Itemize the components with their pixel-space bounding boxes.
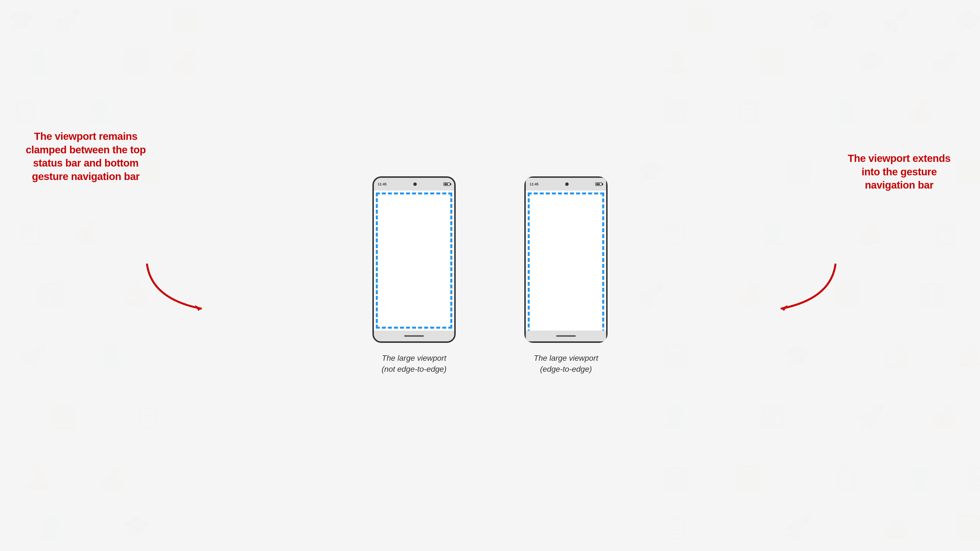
viewport-edge [526, 191, 606, 330]
phone-edge-to-edge: 11:45 The large viewport (edge-to-edge) [524, 176, 608, 375]
battery-fill-normal [444, 183, 448, 185]
caption-normal-line2: (not edge-to-edge) [382, 364, 446, 375]
caption-normal: The large viewport (not edge-to-edge) [382, 353, 446, 375]
viewport-border-normal [376, 192, 452, 329]
caption-edge-line1: The large viewport [534, 353, 598, 364]
caption-edge-line2: (edge-to-edge) [534, 364, 598, 375]
nav-bar-edge [526, 330, 606, 341]
status-time-edge: 11:45 [530, 182, 539, 186]
status-bar-normal: 11:45 [374, 178, 454, 191]
nav-handle-normal [404, 335, 424, 337]
battery-edge [595, 183, 602, 186]
status-bar-edge: 11:45 [526, 178, 606, 191]
camera-dot-edge [565, 183, 569, 186]
status-time-normal: 11:45 [378, 182, 387, 186]
camera-dot-normal [413, 183, 417, 186]
viewport-border-edge [528, 192, 604, 340]
phone-mockup-edge: 11:45 [524, 176, 608, 343]
nav-bar-normal [374, 330, 454, 341]
phone-mockup-normal: 11:45 [372, 176, 456, 343]
viewport-normal [374, 191, 454, 330]
nav-handle-edge [556, 335, 576, 337]
caption-edge: The large viewport (edge-to-edge) [534, 353, 598, 375]
battery-fill-edge [596, 183, 600, 185]
caption-normal-line1: The large viewport [382, 353, 446, 364]
phone-not-edge-to-edge: 11:45 The large viewport (not edge-to-ed… [372, 176, 456, 375]
main-content: 11:45 The large viewport (not edge-to-ed… [0, 0, 980, 551]
battery-normal [444, 183, 450, 186]
